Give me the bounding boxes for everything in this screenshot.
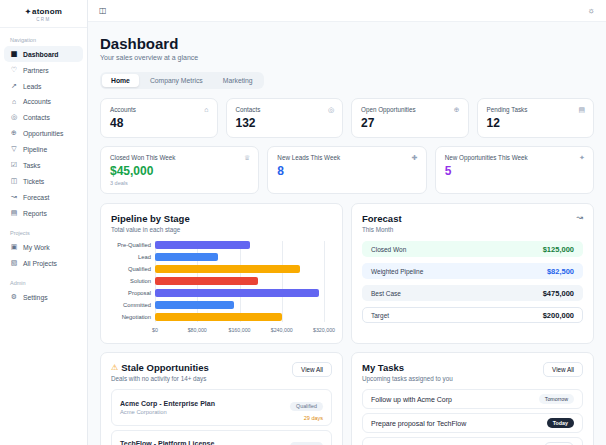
stage-badge: Qualified [290,402,323,411]
stale-subtitle: Deals with no activity for 14+ days [111,375,209,382]
forecast-subtitle: This Month [362,226,402,233]
sidebar-item-tasks[interactable]: ☑Tasks [4,157,83,173]
theme-toggle-icon[interactable]: ☼ [588,6,595,15]
stat-value: 8 [277,164,416,178]
tab-home[interactable]: Home [102,74,139,87]
weekly-cards-row: Closed Won This Week $45,000 3 deals ♕ N… [100,146,594,194]
task-row[interactable]: Prepare proposal for TechFlowToday [362,413,583,433]
stat-sub [277,180,416,186]
view-all-button[interactable]: View All [543,362,583,377]
due-badge: Today [547,418,574,428]
forecast-row-best-case: Best Case$475,000 [362,285,583,301]
pipeline-bar [155,253,218,261]
sidebar-item-tickets[interactable]: ◫Tickets [4,173,83,189]
sidebar-item-partners[interactable]: ♡Partners [4,62,83,78]
opportunity-title: TechFlow - Platform License [120,440,214,445]
pipeline-chart-card: Pipeline by Stage Total value in each st… [100,203,343,344]
stat-label: Contacts [236,106,334,113]
page-title: Dashboard [100,35,594,52]
nav-section-label: Admin [10,280,77,286]
stat-label: New Opportunities This Week [445,154,584,161]
tasks-list: Follow up with Acme CorpTomorrow Prepare… [362,389,583,445]
stat-label: Accounts [110,106,208,113]
axis-tick-label: $240,000 [271,327,293,333]
stat-sub [445,180,584,186]
sidebar-item-label: Partners [23,67,49,74]
chart-subtitle: Total value in each stage [111,226,332,233]
stat-card-contacts: Contacts 132 ◎ [226,98,344,138]
forecast-row-closed-won: Closed Won$125,000 [362,241,583,257]
tab-company-metrics[interactable]: Company Metrics [141,74,212,87]
opportunities-icon: ⊕ [10,129,18,137]
sparkle-icon: ✦ [579,154,585,162]
stat-value: $45,000 [110,164,249,178]
task-title: Prepare proposal for TechFlow [371,420,466,427]
task-row[interactable]: Schedule demo with Horizon LabsFeb 25 [362,437,583,445]
pipeline-bar [155,265,300,273]
accounts-icon: ⌂ [10,98,18,105]
card-new-opportunities-week: New Opportunities This Week 5 ✦ [435,146,594,194]
sidebar-item-leads[interactable]: ↗Leads [4,78,83,94]
stat-label: Pending Tasks [487,106,585,113]
view-all-button[interactable]: View All [292,362,332,377]
stat-value: 48 [110,116,208,130]
sidebar-item-opportunities[interactable]: ⊕Opportunities [4,125,83,141]
tasks-subtitle: Upcoming tasks assigned to you [362,375,453,382]
sidebar-item-settings[interactable]: ⚙Settings [4,289,83,305]
sidebar-item-dashboard[interactable]: ▦Dashboard [4,46,83,62]
stat-card-open-opportunities: Open Opportunities 27 ⊕ [351,98,469,138]
bar-category-label: Negotiation [111,314,155,320]
sidebar-item-contacts[interactable]: ◎Contacts [4,109,83,125]
pipeline-bar [155,241,250,249]
stat-value: 5 [445,164,584,178]
sidebar-item-forecast[interactable]: ↝Forecast [4,189,83,205]
sidebar-item-reports[interactable]: ▤Reports [4,205,83,221]
bar-row: Lead [111,253,332,261]
stat-value: 12 [487,116,585,130]
tasks-title: My Tasks [362,362,453,373]
axis-tick-label: $160,000 [228,327,250,333]
forecast-card: Forecast This Month ↝ Closed Won$125,000… [351,203,594,344]
axis-tick-label: $80,000 [188,327,207,333]
axis-tick-label: $320,000 [313,327,335,333]
my-work-icon: ▣ [10,243,18,251]
axis-tick-label: $0 [152,327,158,333]
pipeline-bar [155,313,282,321]
charts-row: Pipeline by Stage Total value in each st… [100,203,594,344]
nav-section-label: Projects [10,230,77,236]
leads-icon: ↗ [10,82,18,90]
pipeline-bar [155,277,258,285]
stale-row[interactable]: TechFlow - Platform LicenseTechFlow Solu… [111,430,332,445]
sidebar-toggle-icon[interactable]: ◫ [99,6,107,15]
pipeline-bar [155,289,319,297]
pipeline-bar-chart: Pre-Qualified Lead Qualified Solution Pr… [111,241,332,334]
sidebar-item-accounts[interactable]: ⌂Accounts [4,94,83,109]
clipboard-icon: ▤ [578,106,585,114]
my-tasks-card: My Tasks Upcoming tasks assigned to you … [351,352,594,445]
sidebar-item-pipeline[interactable]: ▽Pipeline [4,141,83,157]
bottom-row: ⚠ Stale Opportunities Deals with no acti… [100,352,594,445]
app-window: ✦atonom CRM Navigation ▦Dashboard ♡Partn… [0,0,606,445]
settings-icon: ⚙ [10,293,18,301]
stale-list: Acme Corp - Enterprise PlanAcme Corporat… [111,389,332,445]
stat-label: Closed Won This Week [110,154,249,161]
stat-value: 27 [361,116,459,130]
bar-category-label: Lead [111,254,155,260]
dashboard-icon: ▦ [10,50,18,58]
contacts-icon: ◎ [10,113,18,121]
stat-card-pending-tasks: Pending Tasks 12 ▤ [477,98,595,138]
sidebar-item-label: Contacts [23,114,50,121]
tab-marketing[interactable]: Marketing [214,74,262,87]
forecast-value: $125,000 [543,245,574,254]
sidebar-item-label: All Projects [23,260,57,267]
sidebar-item-label: Dashboard [23,51,59,58]
sidebar-item-all-projects[interactable]: ▧All Projects [4,255,83,271]
stat-label: New Leads This Week [277,154,416,161]
stale-row[interactable]: Acme Corp - Enterprise PlanAcme Corporat… [111,389,332,426]
building-icon: ⌂ [204,106,208,113]
sidebar-item-label: Pipeline [23,146,47,153]
forecast-label: Target [371,312,389,319]
task-row[interactable]: Follow up with Acme CorpTomorrow [362,389,583,409]
sidebar-item-my-work[interactable]: ▣My Work [4,239,83,255]
sidebar-item-label: Opportunities [23,130,63,137]
